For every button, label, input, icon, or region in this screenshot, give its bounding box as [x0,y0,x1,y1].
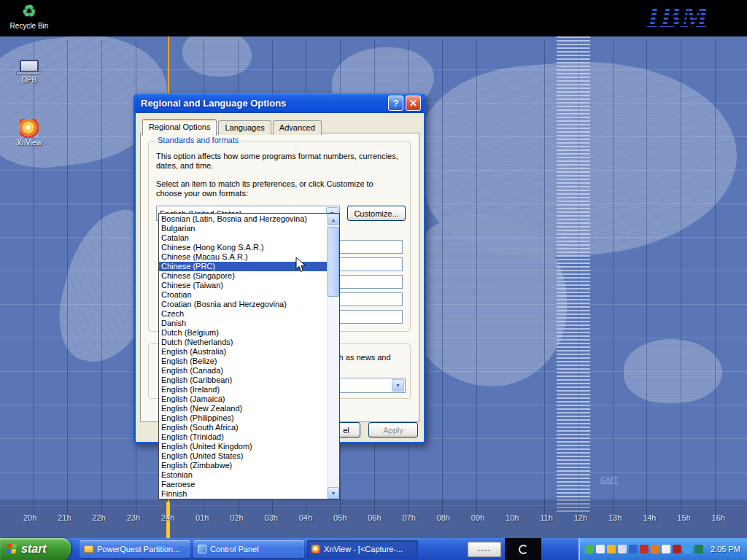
taskbar-button-control-panel[interactable]: Control Panel [193,540,304,558]
task-buttons: PowerQuest Partition... Control Panel Xn… [80,540,418,558]
language-option[interactable]: Croatian [159,290,327,300]
dpb-label: DPB [7,76,51,84]
tray-antivirus-icon[interactable] [640,545,649,553]
location-text-fragment: uch as news and [330,353,407,362]
language-option[interactable]: Bosnian (Latin, Bosnia and Herzegovina) [159,214,327,224]
taskbar: start PowerQuest Partition... Control Pa… [0,538,747,560]
timezone-label: 12h [574,513,587,522]
language-option[interactable]: Dutch (Netherlands) [159,338,327,347]
start-label: start [21,542,47,556]
language-option[interactable]: English (New Zealand) [159,404,327,413]
xnview-desktop-icon[interactable]: XnView [7,119,51,147]
timezone-label: 04h [299,513,312,522]
language-option[interactable]: English (United States) [159,451,327,461]
timezone-label: 21h [58,513,71,522]
control-panel-icon [198,545,206,553]
language-option[interactable]: English (Caribbean) [159,376,327,385]
taskbar-separator-button[interactable]: ---- [468,542,501,557]
tray-security-icon[interactable] [673,545,681,553]
system-tray: 2:05 PM [578,538,747,560]
language-option[interactable]: English (Philippines) [159,413,327,423]
ibm-logo: IBM [629,0,709,35]
timezone-label: 15h [677,513,690,522]
language-option[interactable]: Faeroese [159,480,327,489]
recycle-bin-desktop-icon[interactable]: ♻ Recycle Bin [9,2,50,30]
language-option[interactable]: English (South Africa) [159,423,327,432]
tray-eject-icon[interactable] [585,545,594,553]
hatched-timezone-band [557,36,590,514]
help-button[interactable]: ? [388,96,403,111]
language-option[interactable]: English (Ireland) [159,385,327,394]
timezone-label: 24h [161,513,174,522]
dialog-titlebar[interactable]: Regional and Language Options ? ✕ [135,93,425,113]
tray-scheduler-icon[interactable] [662,545,670,553]
taskbar-button-xnview[interactable]: XnView - [<Capture-... [307,540,418,558]
language-option[interactable]: English (Canada) [159,366,327,376]
xnview-icon [311,545,320,553]
language-option[interactable]: Estonian [159,470,327,480]
top-bar: ♻ Recycle Bin IBM [0,0,747,36]
language-option[interactable]: English (Belize) [159,357,327,366]
tray-display-icon[interactable] [629,545,638,553]
capture-icon[interactable] [519,545,528,554]
timezone-label: 20h [23,513,36,522]
laptop-icon [7,60,51,75]
tab-regional-options[interactable]: Regional Options [142,119,217,136]
quick-launch-segment [505,538,541,560]
tab-advanced[interactable]: Advanced [273,120,322,135]
language-option[interactable]: Catalan [159,233,327,243]
language-option[interactable]: Chinese (Hong Kong S.A.R.) [159,243,327,252]
xnview-label: XnView [7,139,51,147]
tray-volume-icon[interactable] [618,545,627,553]
timezone-label: 06h [368,513,381,522]
tray-usb-icon[interactable] [694,545,703,553]
language-option[interactable]: Danish [159,319,327,328]
tab-strip: Regional Options Languages Advanced [142,119,323,135]
language-option[interactable]: English (Trinidad) [159,432,327,442]
timezone-label: 07h [402,513,415,522]
taskbar-button-powerquest[interactable]: PowerQuest Partition... [80,540,190,558]
scroll-down-icon[interactable]: ▼ [328,487,339,499]
windows-flag-icon [6,544,18,554]
language-option[interactable]: Czech [159,309,327,319]
language-option[interactable]: Finnish [159,489,327,499]
tab-languages[interactable]: Languages [218,120,271,135]
dialog-title: Regional and Language Options [141,98,386,109]
scrollbar[interactable]: ▲ ▼ [327,214,339,499]
tray-info-icon[interactable] [596,545,605,553]
timezone-label: 09h [471,513,484,522]
recycle-bin-icon: ♻ [9,2,50,21]
timezone-label: 01h [196,513,209,522]
customize-button[interactable]: Customize... [347,206,406,221]
gmt-label: GMT [600,475,618,484]
timezone-label: 02h [230,513,243,522]
group-title: Standards and formats [155,136,241,144]
taskbar-clock[interactable]: 2:05 PM [711,545,740,553]
mouse-cursor-icon [295,257,307,276]
language-dropdown-list: Bosnian (Latin, Bosnia and Herzegovina)B… [158,213,340,499]
chevron-down-icon[interactable]: ▼ [392,379,404,392]
tray-shield-icon[interactable] [607,545,616,553]
tray-update-icon[interactable] [651,545,659,553]
close-button[interactable]: ✕ [406,96,421,111]
language-option[interactable]: Dutch (Belgium) [159,328,327,338]
timezone-labels: 20h21h22h23h24h01h02h03h04h05h06h07h08h0… [0,513,747,522]
xnview-icon [20,119,39,138]
scroll-up-icon[interactable]: ▲ [328,214,339,225]
timezone-label: 10h [506,513,519,522]
start-button[interactable]: start [0,538,71,560]
language-option[interactable]: English (Australia) [159,347,327,357]
language-option[interactable]: English (Jamaica) [159,394,327,404]
standards-description: This option affects how some programs fo… [156,152,400,171]
language-option[interactable]: English (United Kingdom) [159,442,327,451]
language-option[interactable]: Croatian (Bosnia and Herzegovina) [159,300,327,309]
scrollbar-thumb[interactable] [328,227,339,297]
apply-button[interactable]: Apply [368,422,418,438]
standards-instruction: Select an item to match its preferences,… [156,179,400,198]
dpb-desktop-icon[interactable]: DPB [7,60,51,84]
recycle-bin-label: Recycle Bin [9,22,50,30]
language-option[interactable]: English (Zimbabwe) [159,461,327,470]
language-option[interactable]: Bulgarian [159,224,327,233]
tray-network-icon[interactable] [684,545,692,553]
language-option[interactable]: Chinese (Taiwan) [159,281,327,290]
